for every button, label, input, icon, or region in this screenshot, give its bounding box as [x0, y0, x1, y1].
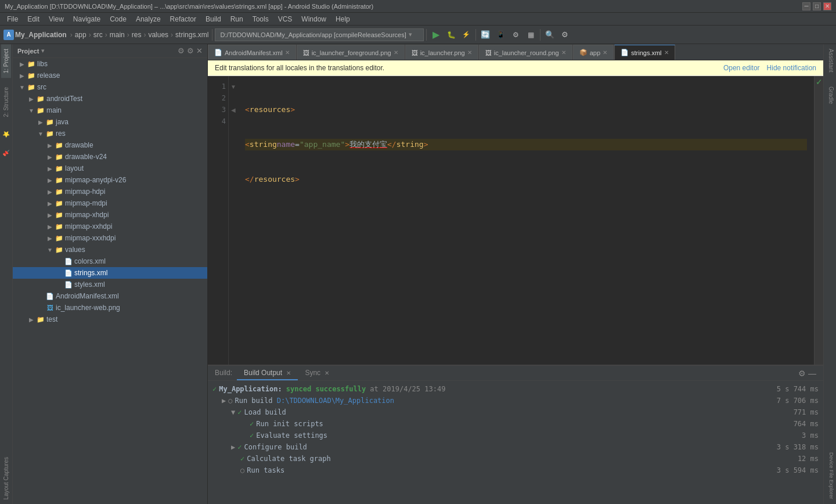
device-file-tab[interactable]: Device File Explorer — [824, 448, 836, 504]
expand-icon[interactable]: ▶ — [45, 152, 55, 161]
tree-item-drawable[interactable]: ▶ 📁 drawable — [13, 139, 207, 151]
expand-icon[interactable]: ▶ — [45, 141, 55, 150]
menu-item-window[interactable]: Window — [297, 14, 331, 24]
expand-icon-3[interactable]: ▼ — [231, 407, 235, 417]
file-tab-ic-round[interactable]: 🖼 ic_launcher_round.png ✕ — [479, 45, 572, 60]
file-tab-ic-launcher[interactable]: 🖼 ic_launcher.png ✕ — [405, 45, 478, 60]
expand-icon[interactable]: ▶ — [17, 59, 27, 69]
expand-icon[interactable]: ▶ — [45, 187, 55, 196]
tree-item-mipmap-xxxhdpi[interactable]: ▶ 📁 mipmap-xxxhdpi — [13, 232, 207, 244]
window-controls[interactable]: ─ □ ✕ — [802, 2, 831, 10]
project-close-icon[interactable]: ✕ — [196, 46, 203, 55]
menu-item-refactor[interactable]: Refactor — [165, 14, 201, 24]
menu-item-build[interactable]: Build — [201, 14, 226, 24]
project-settings-icon[interactable]: ⚙ — [187, 46, 194, 55]
favorites-tab[interactable]: ⭐ — [1, 127, 11, 143]
tree-item-strings-xml[interactable]: 📄 strings.xml — [13, 267, 207, 279]
avd-button[interactable]: 📱 — [493, 28, 507, 42]
layout-button[interactable]: ▦ — [524, 28, 538, 42]
menu-item-vcs[interactable]: VCS — [273, 14, 297, 24]
tree-item-libs[interactable]: ▶ 📁 libs — [13, 58, 207, 70]
tree-item-mipmap-xxhdpi[interactable]: ▶ 📁 mipmap-xxhdpi — [13, 221, 207, 232]
project-name[interactable]: My_Application — [15, 31, 67, 39]
sdk-button[interactable]: ⚙ — [509, 28, 522, 42]
run-button[interactable]: ▶ — [429, 28, 443, 42]
hide-notification-link[interactable]: Hide notification — [767, 64, 816, 72]
bottom-minimize-icon[interactable]: — — [808, 369, 816, 378]
tree-item-colors-xml[interactable]: 📄 colors.xml — [13, 255, 207, 267]
tree-item-manifest[interactable]: 📄 AndroidManifest.xml — [13, 290, 207, 302]
menu-item-file[interactable]: File — [2, 14, 23, 24]
tree-item-values[interactable]: ▼ 📁 values — [13, 244, 207, 255]
expand-icon[interactable]: ▶ — [27, 94, 36, 103]
expand-icon[interactable]: ▶ — [45, 233, 55, 243]
search-button[interactable]: 🔍 — [543, 28, 557, 42]
expand-icon[interactable]: ▼ — [36, 129, 45, 138]
tree-item-drawable-v24[interactable]: ▶ 📁 drawable-v24 — [13, 151, 207, 163]
tree-item-mipmap-anydpi[interactable]: ▶ 📁 mipmap-anydpi-v26 — [13, 174, 207, 186]
menu-item-analyze[interactable]: Analyze — [131, 14, 165, 24]
sync-close[interactable]: ✕ — [325, 370, 329, 376]
menu-item-help[interactable]: Help — [331, 14, 355, 24]
tree-item-res[interactable]: ▼ 📁 res — [13, 128, 207, 139]
close-button[interactable]: ✕ — [823, 2, 831, 10]
attach-button[interactable]: ⚡ — [459, 28, 473, 42]
expand-icon[interactable]: ▼ — [45, 245, 55, 254]
project-sync-icon[interactable]: ⚙ — [178, 46, 185, 55]
expand-icon[interactable]: ▶ — [36, 117, 45, 127]
expand-icon[interactable]: ▼ — [17, 82, 27, 92]
build-output-tab[interactable]: Build Output ✕ — [237, 366, 298, 380]
tree-item-mipmap-xhdpi[interactable]: ▶ 📁 mipmap-xhdpi — [13, 209, 207, 221]
app-close[interactable]: ✕ — [603, 49, 607, 56]
tree-item-main[interactable]: ▼ 📁 main — [13, 105, 207, 116]
expand-icon[interactable]: ▶ — [45, 199, 55, 208]
tree-item-release[interactable]: ▶ 📁 release — [13, 70, 207, 81]
code-content[interactable]: <resources> <string name="app_name">我的支付… — [238, 76, 814, 365]
expand-icon[interactable]: ▶ — [45, 222, 55, 231]
project-tab[interactable]: 1: Project — [1, 44, 11, 78]
menu-item-edit[interactable]: Edit — [23, 14, 44, 24]
tree-item-androidtest[interactable]: ▶ 📁 androidTest — [13, 93, 207, 105]
open-editor-link[interactable]: Open editor — [723, 64, 760, 72]
tree-item-launcher-web[interactable]: 🖼 ic_launcher-web.png — [13, 302, 207, 314]
tree-item-styles-xml[interactable]: 📄 styles.xml — [13, 279, 207, 290]
debug-button[interactable]: 🐛 — [444, 28, 458, 42]
settings-button[interactable]: ⚙ — [558, 28, 572, 42]
expand-icon[interactable]: ▶ — [17, 71, 27, 80]
tree-item-mipmap-mdpi[interactable]: ▶ 📁 mipmap-mdpi — [13, 197, 207, 209]
menu-item-run[interactable]: Run — [226, 14, 248, 24]
expand-icon[interactable]: ▶ — [45, 175, 55, 185]
expand-icon[interactable]: ▶ — [45, 210, 55, 219]
strings-close[interactable]: ✕ — [664, 49, 669, 56]
ic-fg-close[interactable]: ✕ — [394, 49, 398, 56]
gradle-panel-tab[interactable]: Gradle — [824, 82, 836, 109]
structure-tab[interactable]: 2: Structure — [1, 82, 11, 122]
sync-tab[interactable]: Sync ✕ — [298, 366, 336, 380]
tree-item-mipmap-hdpi[interactable]: ▶ 📁 mipmap-hdpi — [13, 186, 207, 197]
maximize-button[interactable]: □ — [813, 2, 821, 10]
build-path[interactable]: D:/TDDOWNLOAD/My_Application/app [compil… — [215, 28, 424, 41]
expand-icon-6[interactable]: ▶ — [231, 442, 235, 452]
menu-item-navigate[interactable]: Navigate — [69, 14, 105, 24]
project-panel-actions[interactable]: ⚙ ⚙ ✕ — [178, 46, 203, 55]
expand-icon[interactable]: ▼ — [27, 106, 36, 115]
ic-close[interactable]: ✕ — [467, 49, 472, 56]
ic-round-close[interactable]: ✕ — [561, 49, 566, 56]
expand-icon-2[interactable]: ▶ — [222, 395, 226, 406]
menu-item-tools[interactable]: Tools — [248, 14, 273, 24]
build-output-close[interactable]: ✕ — [286, 370, 291, 376]
file-tab-app[interactable]: 📦 app ✕ — [573, 45, 614, 60]
fold-1[interactable]: ▼ — [229, 81, 238, 92]
pin-tab[interactable]: 📌 — [1, 145, 11, 161]
menu-item-view[interactable]: View — [44, 14, 69, 24]
fold-3[interactable]: ◀ — [229, 104, 238, 116]
sync-button[interactable]: 🔄 — [478, 28, 492, 42]
minimize-button[interactable]: ─ — [802, 2, 810, 10]
tree-item-test[interactable]: ▶ 📁 test — [13, 314, 207, 325]
manifest-close[interactable]: ✕ — [285, 49, 290, 56]
tree-item-java[interactable]: ▶ 📁 java — [13, 116, 207, 128]
project-dropdown[interactable]: ▾ — [41, 47, 45, 55]
bottom-settings-icon[interactable]: ⚙ — [798, 369, 806, 378]
file-tab-ic-foreground[interactable]: 🖼 ic_launcher_foreground.png ✕ — [297, 45, 405, 60]
expand-icon[interactable]: ▶ — [27, 315, 36, 324]
